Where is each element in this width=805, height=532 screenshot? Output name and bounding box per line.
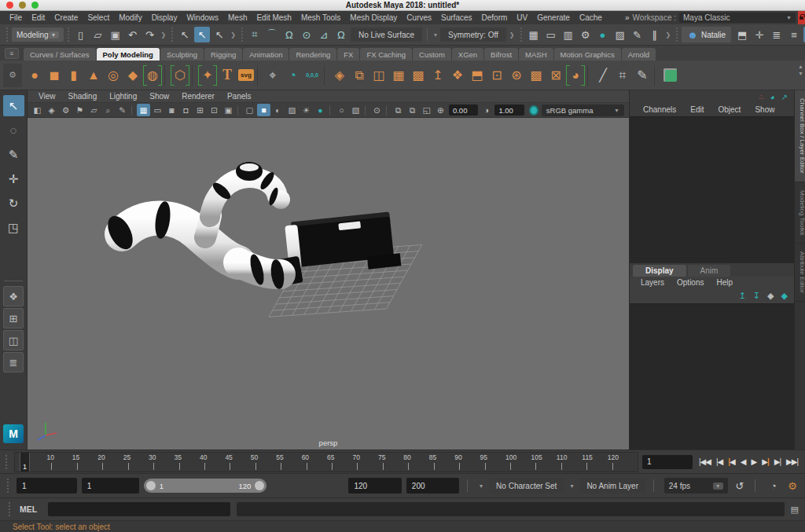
channel-box-toggle-icon[interactable]: ≣	[769, 27, 785, 42]
layout-two-pane-button[interactable]: ◫	[3, 330, 24, 350]
create-layer-from-selected-icon[interactable]: ◆	[781, 291, 788, 301]
make-live-icon[interactable]: Ω	[333, 27, 349, 42]
shelf-tab-xgen[interactable]: XGen	[452, 48, 483, 61]
svg-tool-icon[interactable]: svg	[237, 64, 255, 87]
poly-cylinder-icon[interactable]: ▮	[64, 64, 83, 87]
zero-transforms-icon[interactable]: 0,0,0	[303, 64, 322, 87]
exposure-icon[interactable]: ⊕	[435, 104, 447, 116]
poly-plane-icon[interactable]: ◆	[123, 64, 142, 87]
character-set-dropdown[interactable]: No Character Set	[489, 478, 564, 493]
menu-item[interactable]: Edit Mesh	[252, 11, 296, 24]
smooth-icon[interactable]: ▩	[409, 64, 428, 87]
layer-list[interactable]	[630, 303, 794, 450]
camera-lock-icon[interactable]: ◈	[45, 104, 58, 116]
snap-to-point-icon[interactable]: Ω	[281, 27, 297, 42]
live-surface-field[interactable]: No Live Surface	[351, 28, 422, 42]
side-tab-modeling-toolkit[interactable]: Modeling Toolkit	[795, 182, 805, 244]
playback-end-field[interactable]: 120	[348, 478, 401, 493]
render-setup-icon[interactable]: ▨	[612, 27, 628, 42]
channel-box-menu-item[interactable]: Object	[711, 103, 748, 116]
panel-menu-item[interactable]: Lighting	[103, 90, 143, 102]
multi-cut-icon[interactable]: ⊠	[546, 64, 565, 87]
motion-blur-icon[interactable]: ▧	[349, 104, 362, 116]
select-component-icon[interactable]: ↖	[211, 27, 227, 42]
panel-menu-item[interactable]: Show	[143, 90, 175, 102]
grid-toggle-icon[interactable]: ▦	[137, 104, 150, 116]
resolution-gate-icon[interactable]: ◙	[165, 104, 178, 116]
menu-item[interactable]: Cache	[575, 11, 607, 24]
menu-item[interactable]: Edit	[27, 11, 50, 24]
current-frame-field[interactable]: 1	[642, 455, 693, 469]
xray-joints-icon[interactable]: ⧉	[406, 104, 419, 116]
graph-editor-icon[interactable]: ↗	[781, 93, 788, 101]
step-back-frame-button[interactable]: |◀	[714, 455, 725, 469]
step-forward-frame-button[interactable]: ▶|	[772, 455, 783, 469]
wireframe-on-shaded-icon[interactable]: ◐	[271, 104, 285, 116]
menu-set-dropdown[interactable]: Modeling ▼	[12, 28, 64, 42]
toolbar-grip[interactable]	[6, 28, 8, 42]
scale-tool[interactable]: ◳	[3, 217, 24, 238]
channel-box-menu-item[interactable]: Show	[748, 103, 781, 116]
shelf-tab-animation[interactable]: Animation	[243, 48, 289, 61]
shelf-tab-mash[interactable]: MASH	[519, 48, 553, 61]
shelf-scroll-arrows[interactable]: ▲ ▼	[798, 64, 803, 76]
animation-end-field[interactable]: 200	[406, 478, 459, 493]
animation-preferences-icon[interactable]: ⚙	[785, 480, 800, 492]
command-language-label[interactable]: MEL	[20, 504, 42, 514]
shadows-icon[interactable]: ●	[314, 104, 327, 116]
occlusion-icon[interactable]: ○	[335, 104, 348, 116]
scroll-down-icon[interactable]: ▼	[798, 71, 803, 76]
menu-item[interactable]: File	[5, 11, 27, 24]
play-forwards-button[interactable]: ▶	[749, 455, 759, 469]
step-back-key-button[interactable]: |◀	[726, 455, 737, 469]
shelf-gear-button[interactable]: ⚙	[3, 64, 22, 87]
time-slider[interactable]: 5101520253035404550556065707580859095100…	[14, 452, 638, 472]
lasso-select-tool[interactable]: ◌	[3, 119, 24, 141]
character-controls-toggle-icon[interactable]: ✛	[752, 27, 767, 42]
animation-start-field[interactable]: 1	[17, 478, 77, 493]
undo-icon[interactable]: ↶	[125, 27, 141, 42]
signed-in-user-button[interactable]: ☻ Natalie	[682, 27, 731, 42]
shelf-tab-motion-graphics[interactable]: Motion Graphics	[554, 48, 621, 61]
channel-box-menu-item[interactable]: Edit	[683, 103, 711, 116]
contrast-field[interactable]: 1.00	[494, 105, 524, 116]
pause-viewport-icon[interactable]: ∥	[647, 27, 663, 42]
pan-zoom-icon[interactable]: ⌕	[101, 104, 115, 116]
side-tab-attribute-editor[interactable]: Attribute Editor	[795, 244, 805, 302]
layer-editor-menu-item[interactable]: Layers	[634, 276, 671, 289]
center-pivot-icon[interactable]: ⌖	[263, 64, 282, 87]
shelf-menu-button[interactable]: ≡	[5, 48, 19, 59]
playhead[interactable]: 1	[20, 453, 30, 471]
rotate-tool[interactable]: ↻	[3, 193, 24, 214]
render-settings-icon[interactable]: ⚙	[578, 27, 594, 42]
safe-action-icon[interactable]: ⊡	[208, 104, 221, 116]
gate-mask-icon[interactable]: ◘	[179, 104, 193, 116]
layout-single-pane-button[interactable]: ❖	[3, 286, 24, 306]
select-object-icon[interactable]: ↖	[194, 27, 210, 42]
sculpt-mesh-icon[interactable]: ◕	[566, 64, 585, 87]
chevron-down-icon[interactable]: ▾	[568, 482, 575, 490]
combine-icon[interactable]: ◈	[330, 64, 349, 87]
platonic-solid-icon[interactable]: ⬡	[171, 64, 189, 87]
shelf-tab-arnold[interactable]: Arnold	[622, 48, 656, 61]
poly-disc-icon[interactable]: ◍	[143, 64, 162, 87]
shelf-tab-curves-surfaces[interactable]: Curves / Surfaces	[24, 48, 96, 61]
open-render-view-icon[interactable]: ▦	[526, 27, 542, 42]
shelf-tab-fx-caching[interactable]: FX Caching	[360, 48, 412, 61]
use-all-lights-icon[interactable]: ☀	[300, 104, 313, 116]
poly-cube-icon[interactable]: ◼	[45, 64, 64, 87]
camera-attributes-icon[interactable]: ⚙	[59, 104, 72, 116]
go-to-playback-start-button[interactable]: |◀◀	[697, 455, 713, 469]
channel-box-menu-item[interactable]: Channels	[636, 103, 683, 116]
snap-to-grid-icon[interactable]: ⌗	[247, 27, 263, 42]
create-empty-layer-icon[interactable]: ◆	[767, 291, 774, 301]
bookmark-icon[interactable]: ⚑	[73, 104, 86, 116]
paint-effects-icon[interactable]: ✎	[630, 27, 645, 42]
shelf-tab-fx[interactable]: FX	[337, 48, 359, 61]
crease-tool-icon[interactable]: ╱	[594, 64, 612, 87]
isolate-select-icon[interactable]: ⊙	[370, 104, 384, 116]
layer-tab-display[interactable]: Display	[633, 265, 686, 277]
menu-item[interactable]: Windows	[182, 11, 223, 24]
play-backwards-button[interactable]: ◀	[738, 455, 748, 469]
chevron-down-icon[interactable]: ▾	[478, 482, 484, 490]
